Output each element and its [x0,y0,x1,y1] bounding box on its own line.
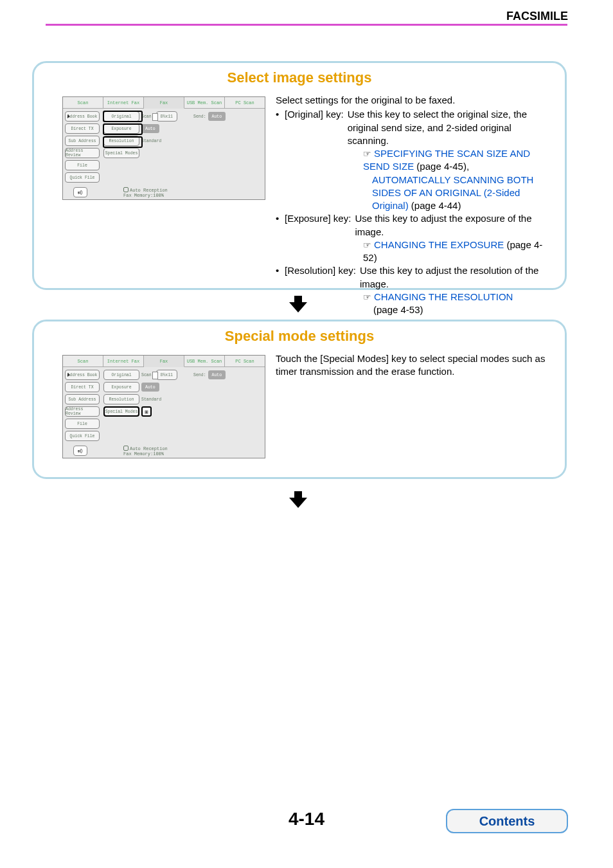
page-header: FACSIMILE [506,10,568,23]
exposure-value[interactable]: Auto [141,124,159,133]
panel2-text: Touch the [Special Modes] key to select … [276,352,548,379]
pointer-icon: ☞ [363,149,371,159]
pointer-icon: ☞ [363,240,371,250]
tab-scan[interactable]: Scan [63,356,103,367]
special-modes-button[interactable]: Special Modes [103,148,139,158]
tab-scan[interactable]: Scan [63,97,103,109]
phone-icon [123,446,129,451]
arrow-down-icon [289,491,307,508]
resolution-value: Standard [141,139,161,143]
tab-pc-scan[interactable]: PC Scan [225,356,265,367]
panel2-description: Touch the [Special Modes] key to select … [265,350,565,467]
exposure-value[interactable]: Auto [141,383,159,392]
tab-pc-scan[interactable]: PC Scan [225,97,265,109]
lcd-status-bar: 🕫 Auto Reception Fax Memory:100% [63,185,265,199]
direct-tx-button[interactable]: Direct TX [65,382,100,392]
address-book-button[interactable]: Address Book [65,111,100,122]
original-button[interactable]: Original [103,370,139,380]
send-size-value[interactable]: Auto [208,370,226,379]
speaker-icon: 🕫 [77,448,84,455]
address-review-button[interactable]: Address Review [65,148,100,158]
tab-internet-fax[interactable]: Internet Fax [103,356,144,367]
arrow-down-icon [289,296,307,312]
file-button[interactable]: File [65,419,100,429]
panel-special-modes: Special mode settings Scan Internet Fax … [32,320,567,479]
original-button[interactable]: Original [103,111,139,122]
tab-fax[interactable]: Fax [144,97,184,109]
exposure-button[interactable]: Exposure [103,382,139,392]
accent-bar [46,24,567,26]
auto-reception-label: Auto Reception [130,446,168,451]
tab-internet-fax[interactable]: Internet Fax [103,97,144,109]
speaker-icon: 🕫 [77,189,84,196]
lcd-tabs: Scan Internet Fax Fax USB Mem. Scan PC S… [63,97,265,109]
fax-lcd-screenshot: Scan Internet Fax Fax USB Mem. Scan PC S… [62,355,265,458]
auto-reception-label: Auto Reception [130,188,168,193]
lcd-status-bar: 🕫 Auto Reception Fax Memory:100% [63,444,265,458]
tab-fax[interactable]: Fax [144,356,184,367]
lcd-tabs: Scan Internet Fax Fax USB Mem. Scan PC S… [63,356,265,367]
address-book-button[interactable]: Address Book [65,370,100,380]
pointer-icon: ☞ [363,292,371,302]
speaker-button[interactable]: 🕫 [73,187,87,197]
contents-button[interactable]: Contents [446,809,568,833]
address-review-button[interactable]: Address Review [65,406,100,417]
fax-lcd-screenshot: Scan Internet Fax Fax USB Mem. Scan PC S… [62,96,265,318]
resolution-value: Standard [141,397,161,402]
file-button[interactable]: File [65,160,100,170]
tab-usb-mem-scan[interactable]: USB Mem. Scan [184,356,225,367]
resolution-button[interactable]: Resolution [103,136,139,146]
scan-size-value[interactable]: 8½x11 [156,111,178,122]
special-modes-button[interactable]: Special Modes [103,406,139,417]
direct-tx-button[interactable]: Direct TX [65,123,100,134]
quick-file-button[interactable]: Quick File [65,431,100,441]
fax-memory-label: Fax Memory:100% [123,193,164,198]
special-modes-icon[interactable]: ▣ [141,406,152,417]
phone-icon [123,187,129,192]
speaker-button[interactable]: 🕫 [73,446,87,456]
tab-usb-mem-scan[interactable]: USB Mem. Scan [184,97,225,109]
panel-title: Select image settings [34,63,565,91]
send-label: Send: [193,114,206,119]
fax-memory-label: Fax Memory:100% [123,451,164,457]
sub-address-button[interactable]: Sub Address [65,394,100,404]
panel1-intro: Select settings for the original to be f… [276,94,548,107]
link-resolution[interactable]: CHANGING THE RESOLUTION [374,291,513,302]
panel-title: Special mode settings [34,321,565,350]
exposure-button[interactable]: Exposure [103,123,139,134]
link-exposure[interactable]: CHANGING THE EXPOSURE [374,239,504,250]
sub-address-button[interactable]: Sub Address [65,136,100,146]
send-label: Send: [193,373,206,377]
quick-file-button[interactable]: Quick File [65,172,100,183]
resolution-button[interactable]: Resolution [103,394,139,404]
panel1-description: Select settings for the original to be f… [265,91,565,327]
panel-select-image-settings: Select image settings Scan Internet Fax … [32,61,567,290]
scan-size-value[interactable]: 8½x11 [156,370,178,380]
send-size-value[interactable]: Auto [208,112,226,121]
